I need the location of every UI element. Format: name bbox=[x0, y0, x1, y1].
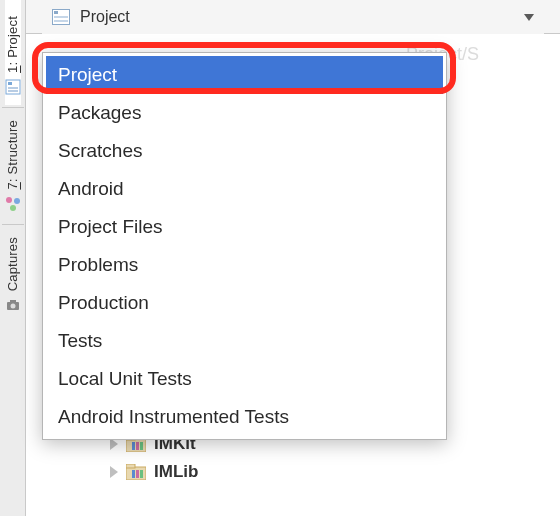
project-icon bbox=[52, 9, 70, 25]
svg-point-5 bbox=[14, 198, 20, 204]
rail-separator bbox=[2, 224, 24, 225]
svg-rect-18 bbox=[140, 442, 143, 450]
expand-icon bbox=[110, 466, 118, 478]
view-mode-dropdown: Project Packages Scratches Android Proje… bbox=[42, 52, 447, 440]
dropdown-item-android-instrumented-tests[interactable]: Android Instrumented Tests bbox=[46, 398, 443, 436]
structure-rail-icon bbox=[5, 196, 21, 212]
captures-rail-icon bbox=[5, 297, 21, 313]
dropdown-item-android[interactable]: Android bbox=[46, 170, 443, 208]
svg-rect-20 bbox=[126, 464, 135, 468]
tree-node-label: IMLib bbox=[154, 462, 198, 482]
svg-rect-17 bbox=[136, 442, 139, 450]
left-tool-rail: 1: Project 7: Structure Captures bbox=[0, 0, 26, 516]
dropdown-item-packages[interactable]: Packages bbox=[46, 94, 443, 132]
dropdown-item-project[interactable]: Project bbox=[46, 56, 443, 94]
dropdown-item-project-files[interactable]: Project Files bbox=[46, 208, 443, 246]
rail-captures[interactable]: Captures bbox=[5, 227, 21, 329]
svg-rect-22 bbox=[136, 470, 139, 478]
svg-point-8 bbox=[10, 303, 15, 308]
rail-separator bbox=[2, 107, 24, 108]
project-panel-toolbar: Project bbox=[26, 0, 560, 34]
view-mode-label: Project bbox=[80, 8, 130, 26]
dropdown-item-local-unit-tests[interactable]: Local Unit Tests bbox=[46, 360, 443, 398]
rail-structure[interactable]: 7: Structure bbox=[5, 110, 21, 222]
chevron-down-icon bbox=[524, 14, 534, 21]
rail-project[interactable]: 1: Project bbox=[5, 0, 21, 105]
project-rail-icon bbox=[5, 79, 21, 95]
svg-rect-23 bbox=[140, 470, 143, 478]
dropdown-item-scratches[interactable]: Scratches bbox=[46, 132, 443, 170]
svg-rect-1 bbox=[8, 82, 12, 85]
dropdown-item-production[interactable]: Production bbox=[46, 284, 443, 322]
tree-node-imlib[interactable]: IMLib bbox=[52, 458, 560, 486]
svg-rect-9 bbox=[10, 300, 16, 303]
svg-point-6 bbox=[10, 205, 16, 211]
dropdown-item-tests[interactable]: Tests bbox=[46, 322, 443, 360]
svg-rect-21 bbox=[132, 470, 135, 478]
svg-rect-11 bbox=[54, 11, 58, 14]
view-mode-selector[interactable]: Project bbox=[42, 0, 544, 34]
svg-rect-13 bbox=[54, 20, 68, 22]
module-icon bbox=[126, 464, 146, 480]
dropdown-item-problems[interactable]: Problems bbox=[46, 246, 443, 284]
svg-rect-2 bbox=[8, 87, 18, 89]
svg-rect-12 bbox=[54, 16, 68, 18]
svg-rect-16 bbox=[132, 442, 135, 450]
svg-rect-3 bbox=[8, 90, 18, 92]
svg-point-4 bbox=[6, 197, 12, 203]
